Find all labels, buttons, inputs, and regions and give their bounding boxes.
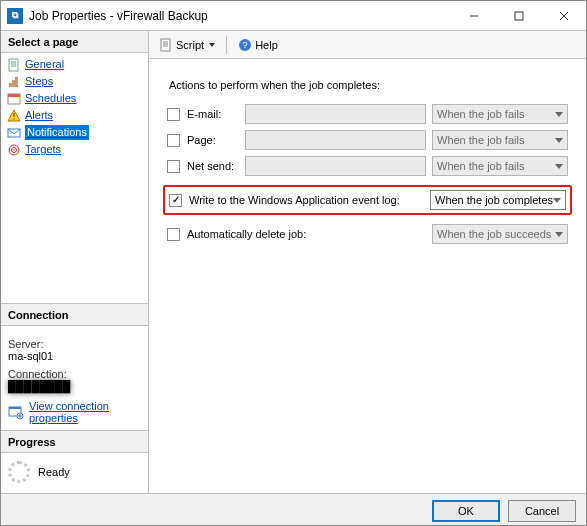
page-icon — [7, 58, 21, 72]
page-notifications[interactable]: Notifications — [5, 124, 144, 141]
form-title: Actions to perform when the job complete… — [169, 79, 572, 91]
page-label: Steps — [25, 74, 53, 89]
button-label: OK — [458, 505, 474, 517]
alert-icon — [7, 109, 21, 123]
select-value: When the job fails — [437, 160, 524, 172]
view-connection-properties-link[interactable]: View connection properties — [1, 394, 148, 430]
script-label: Script — [176, 39, 204, 51]
toolbar-separator — [226, 36, 227, 54]
svg-point-15 — [13, 118, 15, 120]
page-general[interactable]: General — [5, 56, 144, 73]
eventlog-when-select[interactable]: When the job completes — [430, 190, 566, 210]
server-value: ma-sql01 — [8, 350, 141, 362]
left-panel: Select a page General Steps Schedules Al… — [1, 31, 149, 493]
svg-rect-4 — [9, 59, 18, 71]
toolbar: Script ? Help — [149, 31, 586, 59]
chevron-down-icon — [553, 198, 561, 203]
svg-rect-10 — [15, 77, 18, 87]
connection-value: ████████ — [8, 380, 141, 392]
close-button[interactable] — [541, 1, 586, 31]
window-title: Job Properties - vFirewall Backup — [29, 9, 451, 23]
connection-props-icon — [8, 404, 24, 420]
steps-icon — [7, 75, 21, 89]
page-alerts[interactable]: Alerts — [5, 107, 144, 124]
netsend-checkbox[interactable] — [167, 160, 180, 173]
select-value: When the job completes — [435, 194, 553, 206]
netsend-when-select[interactable]: When the job fails — [432, 156, 568, 176]
maximize-button[interactable] — [496, 1, 541, 31]
progress-status: Ready — [38, 466, 70, 478]
svg-rect-25 — [161, 39, 170, 51]
dialog-footer: OK Cancel — [1, 493, 586, 526]
svg-rect-12 — [8, 94, 20, 97]
server-label: Server: — [8, 338, 141, 350]
chevron-down-icon — [209, 43, 215, 47]
netsend-operator-input[interactable] — [245, 156, 426, 176]
cancel-button[interactable]: Cancel — [508, 500, 576, 522]
email-operator-input[interactable] — [245, 104, 426, 124]
minimize-button[interactable] — [451, 1, 496, 31]
script-button[interactable]: Script — [155, 36, 219, 54]
app-icon: ⧉ — [7, 8, 23, 24]
page-label: General — [25, 57, 64, 72]
chevron-down-icon — [555, 164, 563, 169]
svg-rect-1 — [515, 12, 523, 20]
chevron-down-icon — [555, 112, 563, 117]
svg-rect-21 — [9, 407, 21, 409]
row-email: E-mail: When the job fails — [163, 101, 572, 127]
script-icon — [159, 38, 173, 52]
page-checkbox[interactable] — [167, 134, 180, 147]
email-label: E-mail: — [187, 108, 239, 120]
autodelete-label: Automatically delete job: — [187, 228, 432, 240]
email-when-select[interactable]: When the job fails — [432, 104, 568, 124]
email-checkbox[interactable] — [167, 108, 180, 121]
page-label: Alerts — [25, 108, 53, 123]
target-icon — [7, 143, 21, 157]
select-value: When the job fails — [437, 108, 524, 120]
eventlog-checkbox[interactable] — [169, 194, 182, 207]
chevron-down-icon — [555, 138, 563, 143]
select-page-header: Select a page — [1, 31, 148, 53]
title-bar: ⧉ Job Properties - vFirewall Backup — [1, 1, 586, 31]
page-schedules[interactable]: Schedules — [5, 90, 144, 107]
select-value: When the job fails — [437, 134, 524, 146]
right-panel: Script ? Help Actions to perform when th… — [149, 31, 586, 493]
connection-header: Connection — [1, 304, 148, 326]
eventlog-label: Write to the Windows Application event l… — [189, 194, 430, 206]
chevron-down-icon — [555, 232, 563, 237]
page-label: Page: — [187, 134, 239, 146]
notify-icon — [7, 126, 21, 140]
row-netsend: Net send: When the job fails — [163, 153, 572, 179]
help-icon: ? — [238, 38, 252, 52]
connection-label: Connection: — [8, 368, 141, 380]
autodelete-when-select[interactable]: When the job succeeds — [432, 224, 568, 244]
ok-button[interactable]: OK — [432, 500, 500, 522]
svg-rect-9 — [12, 80, 15, 87]
help-button[interactable]: ? Help — [234, 36, 282, 54]
netsend-label: Net send: — [187, 160, 239, 172]
page-list: General Steps Schedules Alerts Notificat… — [1, 53, 148, 161]
page-when-select[interactable]: When the job fails — [432, 130, 568, 150]
svg-rect-8 — [9, 83, 12, 87]
connection-section: Connection Server: ma-sql01 Connection: … — [1, 303, 148, 430]
link-label: View connection properties — [29, 400, 141, 424]
page-operator-input[interactable] — [245, 130, 426, 150]
svg-point-19 — [13, 149, 15, 151]
progress-spinner-icon — [8, 461, 30, 483]
row-eventlog: Write to the Windows Application event l… — [163, 185, 572, 215]
progress-header: Progress — [1, 431, 148, 453]
notifications-form: Actions to perform when the job complete… — [149, 59, 586, 247]
page-targets[interactable]: Targets — [5, 141, 144, 158]
autodelete-checkbox[interactable] — [167, 228, 180, 241]
page-label: Schedules — [25, 91, 76, 106]
schedule-icon — [7, 92, 21, 106]
page-label: Targets — [25, 142, 61, 157]
row-autodelete: Automatically delete job: When the job s… — [163, 221, 572, 247]
svg-text:?: ? — [243, 40, 248, 50]
page-steps[interactable]: Steps — [5, 73, 144, 90]
help-label: Help — [255, 39, 278, 51]
select-value: When the job succeeds — [437, 228, 551, 240]
button-label: Cancel — [525, 505, 559, 517]
progress-section: Progress Ready — [1, 430, 148, 493]
row-page: Page: When the job fails — [163, 127, 572, 153]
